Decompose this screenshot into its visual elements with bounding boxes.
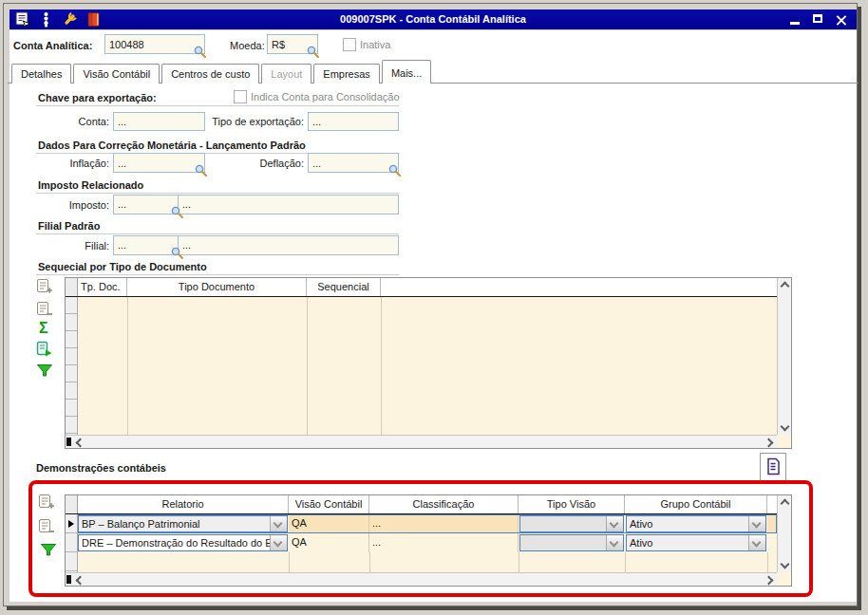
cell-visao[interactable]: QA xyxy=(289,533,369,552)
horizontal-scrollbar[interactable] xyxy=(66,435,777,448)
chevron-down-icon xyxy=(274,519,283,529)
inativa-checkbox[interactable] xyxy=(343,38,356,51)
search-magnifier-icon[interactable] xyxy=(171,206,184,219)
select-all-cell[interactable] xyxy=(66,278,78,296)
section-title-imposto: Imposto Relacionado xyxy=(38,179,143,191)
export-icon[interactable] xyxy=(36,341,53,358)
consolidacao-checkbox[interactable] xyxy=(234,90,247,103)
tabstrip: Detalhes Visão Contábil Centros de custo… xyxy=(11,61,433,84)
grid-column-line xyxy=(289,552,290,572)
combobox-value: Ativo xyxy=(630,537,652,549)
tipo-visao-combobox[interactable] xyxy=(519,515,624,532)
scroll-right-icon[interactable] xyxy=(764,576,774,586)
column-header-grupo-contabil[interactable]: Grupo Contábil xyxy=(625,495,767,513)
combobox-value: DRE – Demonstração do Resultado do Ex xyxy=(82,537,277,549)
search-magnifier-icon[interactable] xyxy=(307,46,320,59)
filial-label: Filial: xyxy=(43,240,109,252)
dropdown-button[interactable] xyxy=(748,516,765,531)
horizontal-scrollbar[interactable] xyxy=(66,572,777,586)
scroll-right-icon[interactable] xyxy=(764,438,774,448)
filial-code: ... xyxy=(118,239,126,251)
chevron-down-icon xyxy=(610,538,619,548)
grupo-contabil-combobox[interactable]: Ativo xyxy=(626,534,766,551)
scroll-up-icon[interactable] xyxy=(781,282,790,291)
column-header-sequencial[interactable]: Sequencial xyxy=(307,278,381,296)
search-magnifier-icon[interactable] xyxy=(194,46,207,59)
scroll-up-icon[interactable] xyxy=(781,499,790,509)
add-row-icon[interactable] xyxy=(36,278,53,295)
inativa-label: Inativa xyxy=(360,39,390,50)
tab-mais[interactable]: Mais... xyxy=(382,60,431,84)
sequencial-grid: Tp. Doc. Tipo Documento Sequencial xyxy=(65,277,792,449)
grupo-contabil-combobox[interactable]: Ativo xyxy=(626,515,766,532)
relatorio-combobox[interactable]: BP – Balanço Patrimonial xyxy=(78,515,288,532)
tab-empresas[interactable]: Empresas xyxy=(313,64,380,84)
deflacao-input[interactable] xyxy=(308,153,399,173)
conta-analitica-input[interactable] xyxy=(104,34,205,54)
scroll-left-icon[interactable] xyxy=(76,438,85,448)
filter-icon[interactable] xyxy=(40,543,57,560)
remove-row-icon[interactable] xyxy=(36,301,53,318)
dropdown-button[interactable] xyxy=(270,535,287,550)
tab-detalhes[interactable]: Detalhes xyxy=(11,64,71,84)
vertical-scrollbar[interactable] xyxy=(777,495,791,572)
tab-layout: Layout xyxy=(261,64,311,84)
vertical-scrollbar[interactable] xyxy=(777,278,791,435)
cell-visao[interactable]: QA xyxy=(289,514,369,533)
maximize-button[interactable] xyxy=(811,14,826,26)
cell-classificacao[interactable]: ... xyxy=(369,533,519,552)
sum-icon[interactable]: Σ xyxy=(39,321,48,336)
titlebar[interactable]: 009007SPK - Conta Contábil Analítica xyxy=(9,9,857,29)
remove-row-icon[interactable] xyxy=(38,518,55,535)
column-header-tp-doc[interactable]: Tp. Doc. xyxy=(78,278,127,296)
chevron-down-icon xyxy=(752,538,762,548)
tab-visao-contabil[interactable]: Visão Contábil xyxy=(73,64,160,84)
inflacao-label: Inflação: xyxy=(43,158,109,169)
column-header-classificacao[interactable]: Classificação xyxy=(369,495,519,513)
minimize-button[interactable] xyxy=(788,14,803,26)
current-row-marker-icon xyxy=(68,520,74,528)
search-magnifier-icon[interactable] xyxy=(195,164,208,177)
scrollbar-thumb[interactable] xyxy=(66,438,71,446)
grid-body xyxy=(66,297,777,435)
chevron-down-icon xyxy=(610,519,619,529)
cell-filler xyxy=(767,533,777,552)
column-header-relatorio[interactable]: Relatorio xyxy=(78,495,289,513)
window-title: 009007SPK - Conta Contábil Analítica xyxy=(9,13,857,25)
dropdown-button[interactable] xyxy=(748,535,765,550)
search-magnifier-icon[interactable] xyxy=(171,247,184,260)
scroll-down-icon[interactable] xyxy=(781,422,790,432)
close-button[interactable] xyxy=(834,14,849,26)
dropdown-button[interactable] xyxy=(270,516,287,531)
select-all-cell[interactable] xyxy=(66,495,78,513)
cell-classificacao[interactable]: ... xyxy=(369,514,519,533)
row-selector-column[interactable] xyxy=(66,297,78,435)
section-divider xyxy=(36,274,399,275)
scroll-left-icon[interactable] xyxy=(76,576,85,586)
consolidacao-label: Indica Conta para Consolidação xyxy=(251,91,400,102)
dropdown-button[interactable] xyxy=(606,535,623,550)
filter-icon[interactable] xyxy=(36,363,53,381)
tipo-exportacao-input[interactable] xyxy=(308,112,399,131)
conta-input[interactable] xyxy=(113,112,205,131)
search-magnifier-icon[interactable] xyxy=(388,164,402,177)
imposto-input[interactable]: ... ... xyxy=(113,195,399,214)
tipo-exportacao-label: Tipo de exportação: xyxy=(199,116,304,127)
column-header-visao-contabil[interactable]: Visão Contábil xyxy=(289,495,369,513)
tipo-visao-combobox[interactable] xyxy=(519,534,624,551)
column-header-tipo-documento[interactable]: Tipo Documento xyxy=(127,278,307,296)
screen: 009007SPK - Conta Contábil Analítica Con… xyxy=(0,0,868,615)
moeda-label: Moeda: xyxy=(230,40,265,51)
scrollbar-corner xyxy=(777,572,791,586)
add-row-icon[interactable] xyxy=(38,494,55,511)
dropdown-button[interactable] xyxy=(606,516,623,531)
report-button[interactable] xyxy=(760,453,786,481)
tab-centros-de-custo[interactable]: Centros de custo xyxy=(161,64,259,84)
scroll-down-icon[interactable] xyxy=(781,560,790,569)
filial-input[interactable]: ... ... xyxy=(113,235,399,255)
column-header-tipo-visao[interactable]: Tipo Visão xyxy=(519,495,625,513)
relatorio-combobox[interactable]: DRE – Demonstração do Resultado do Ex xyxy=(78,534,288,551)
scrollbar-thumb[interactable] xyxy=(66,575,71,584)
inflacao-input[interactable] xyxy=(113,153,205,173)
deflacao-label: Deflação: xyxy=(199,158,304,169)
